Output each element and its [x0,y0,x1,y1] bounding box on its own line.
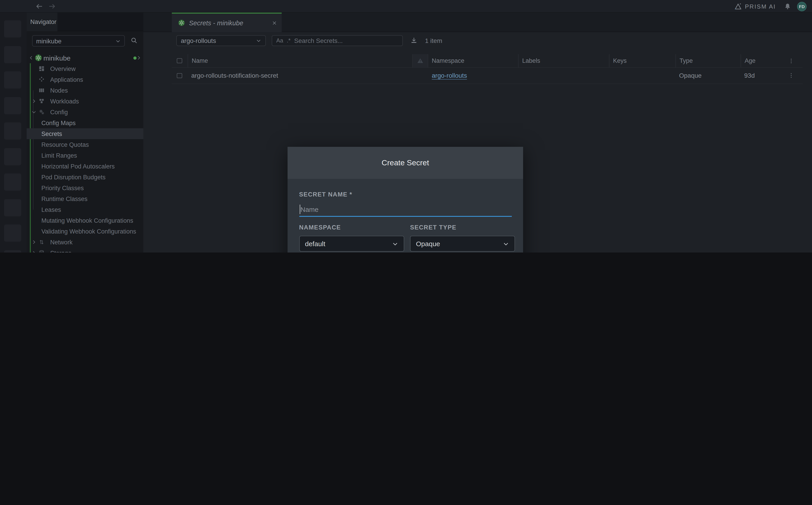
sidebar-item-secrets[interactable]: Secrets [27,128,143,139]
rail-slot[interactable] [4,224,21,242]
secrets-search-input[interactable] [294,37,398,44]
table-row[interactable]: argo-rollouts-notification-secretargo-ro… [172,68,803,84]
sidebar-item-limit-ranges[interactable]: Limit Ranges [27,150,143,161]
navigator-tab[interactable]: Navigator [27,13,57,31]
sidebar-item-mutating-webhook-configurations[interactable]: Mutating Webhook Configurations [27,215,143,226]
navigator-tab-label: Navigator [30,18,56,25]
regex-toggle[interactable]: .* [287,37,291,44]
back-arrow-icon[interactable] [35,2,43,10]
sidebar-item-label: Overview [50,65,76,72]
table-header: Name Namespace Labels Keys Type Age [172,54,803,68]
chevron-down-icon [256,38,261,43]
secret-name-input[interactable] [299,202,511,216]
column-name[interactable]: Name [188,54,412,67]
db-icon [38,250,45,252]
sidebar-item-leases[interactable]: Leases [27,204,143,215]
chevron-down-icon[interactable] [31,109,37,115]
tab-close-icon[interactable] [271,20,277,25]
secret-type-select-value: Opaque [416,240,440,247]
match-case-toggle[interactable]: Aa [276,37,283,44]
avatar-initials: FD [799,4,805,9]
rail-slot[interactable] [4,173,21,191]
sidebar-item-priority-classes[interactable]: Priority Classes [27,182,143,193]
sidebar-item-nodes[interactable]: Nodes [27,85,143,96]
chevron-right-icon[interactable] [31,239,37,245]
sidebar-item-label: Workloads [50,98,79,105]
rail-slot[interactable] [4,123,21,140]
sidebar-item-minikube[interactable]: minikube [27,52,143,63]
gears-icon [38,109,45,115]
cubes-icon [38,98,45,104]
chevron-right-icon[interactable] [31,99,37,104]
sidebar-item-horizontal-pod-autoscalers[interactable]: Horizontal Pod Autoscalers [27,161,143,172]
sidebar-item-validating-webhook-configurations[interactable]: Validating Webhook Configurations [27,226,143,237]
sidebar-item-label: Horizontal Pod Autoscalers [41,163,115,170]
sidebar-item-label: Mutating Webhook Configurations [41,217,133,224]
sidebar-item-label: Validating Webhook Configurations [41,228,136,235]
sidebar-item-runtime-classes[interactable]: Runtime Classes [27,193,143,204]
sidebar-item-label: Pod Disruption Budgets [41,174,106,180]
create-secret-dialog: Create Secret SECRET NAME * NAMESPACE SE… [287,147,523,252]
column-age[interactable]: Age [740,54,776,67]
sidebar-item-label: Nodes [50,87,68,94]
rail-slot[interactable] [4,71,21,89]
column-keys[interactable]: Keys [609,54,676,67]
rail-slot[interactable] [4,46,21,63]
sidebar-item-pod-disruption-budgets[interactable]: Pod Disruption Budgets [27,172,143,182]
column-labels[interactable]: Labels [518,54,609,67]
sidebar-item-resource-quotas[interactable]: Resource Quotas [27,139,143,150]
chevron-down-icon [392,240,398,247]
table-menu-icon[interactable] [788,57,794,64]
rail-slot[interactable] [4,250,21,252]
row-menu-icon[interactable] [788,72,794,79]
sidebar-item-workloads[interactable]: Workloads [27,96,143,107]
chevron-down-icon [115,38,121,44]
chevron-left-icon[interactable] [28,55,34,60]
sidebar-item-network[interactable]: Network [27,237,143,247]
secret-age: 93d [744,72,755,79]
secret-name-label: SECRET NAME * [299,191,352,198]
warning-icon [417,57,424,64]
navigator-header: Navigator [27,13,143,31]
chevron-right-icon[interactable] [31,250,37,252]
brand: PRISM AI [734,0,776,13]
column-warnings[interactable] [412,54,428,67]
rail-slot[interactable] [4,199,21,216]
item-count: 1 item [425,37,442,44]
secret-type-select[interactable]: Opaque [410,236,515,251]
namespace-select-value: default [305,240,325,247]
tab-secrets-minikube[interactable]: Secrets - minikube [172,13,281,32]
forward-arrow-icon[interactable] [48,2,56,10]
column-namespace[interactable]: Namespace [428,54,518,67]
namespace-filter-select[interactable]: argo-rollouts [176,35,266,46]
rail-slot[interactable] [4,97,21,114]
cluster-select-row: minikube [27,31,143,51]
nodes-icon [38,87,45,94]
namespace-link[interactable]: argo-rollouts [432,72,467,79]
sidebar-item-applications[interactable]: Applications [27,74,143,85]
tab-bar: Secrets - minikube [143,13,812,32]
kubernetes-icon [35,54,42,61]
column-type[interactable]: Type [676,54,740,67]
download-icon[interactable] [410,37,418,44]
sidebar-item-overview[interactable]: Overview [27,63,143,74]
tab-title: Secrets - minikube [189,19,243,26]
select-all-checkbox[interactable] [177,58,182,63]
cluster-select[interactable]: minikube [32,35,125,46]
sidebar-item-storage[interactable]: Storage [27,247,143,252]
search-icon[interactable] [130,36,138,44]
dialog-title: Create Secret [287,147,523,179]
notifications-bell-icon[interactable] [784,3,791,10]
rail-slot[interactable] [4,148,21,165]
row-checkbox[interactable] [177,73,182,78]
sidebar-item-config-maps[interactable]: Config Maps [27,118,143,128]
sidebar-item-label: Runtime Classes [41,195,88,202]
brand-name: PRISM AI [745,3,776,10]
sidebar-item-config[interactable]: Config [27,107,143,118]
rail-slot[interactable] [4,20,21,37]
chevron-right-icon[interactable] [136,55,141,60]
secret-name: argo-rollouts-notification-secret [191,72,278,79]
namespace-select[interactable]: default [299,236,404,251]
avatar[interactable]: FD [797,2,807,11]
chevron-down-icon [503,240,509,247]
